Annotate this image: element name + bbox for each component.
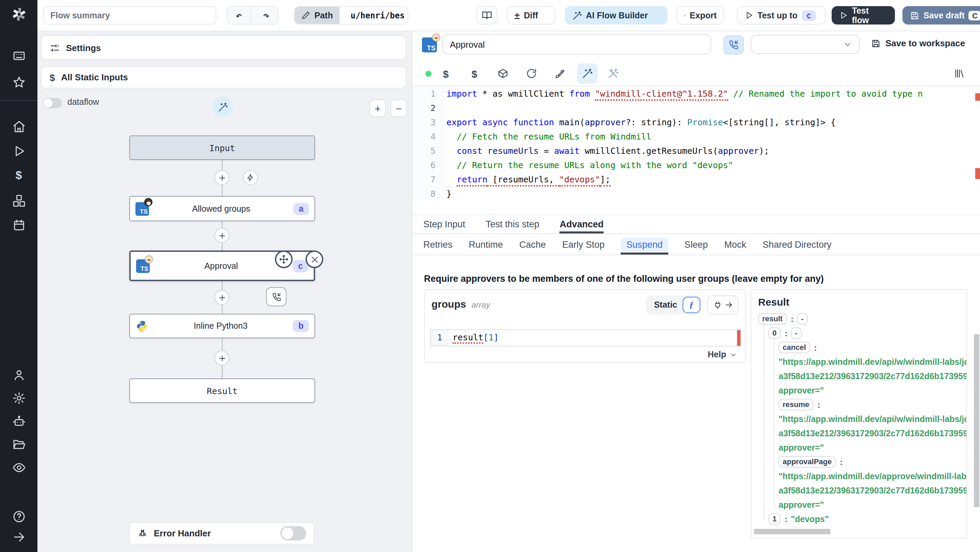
sidebar-item-resources[interactable] [0, 192, 37, 210]
refresh-icon [526, 68, 537, 79]
help-dropdown[interactable]: Help [708, 350, 737, 360]
save-draft-button[interactable]: Save draft C [902, 6, 980, 24]
zoom-out-button[interactable]: − [391, 99, 407, 117]
node-approval-label: Approval [150, 261, 293, 270]
sidebar-item-variables[interactable]: $ [0, 167, 37, 185]
save-to-workspace-button[interactable]: Save to workspace [871, 38, 965, 48]
error-handler-row: Error Handler [129, 522, 314, 544]
all-static-inputs-row[interactable]: $ All Static Inputs [41, 66, 406, 89]
static-fx-toggle[interactable]: Static ƒ [646, 295, 702, 315]
node-id-badge: a [293, 202, 309, 215]
suspend-step-button[interactable] [724, 35, 744, 54]
tab-test-this-step[interactable]: Test this step [485, 215, 539, 234]
sidebar-item-schedules[interactable] [0, 216, 37, 234]
flow-settings-row[interactable]: Settings [41, 35, 406, 60]
path-value: u/henri/bes [344, 11, 408, 20]
sidebar-item-workers[interactable] [0, 412, 37, 430]
connect-input-button[interactable] [707, 295, 738, 315]
code-token: 1 [488, 332, 493, 342]
reload-button[interactable] [521, 63, 542, 84]
delete-node-button[interactable] [305, 250, 323, 268]
tab-step-input[interactable]: Step Input [423, 215, 465, 234]
sidebar-item-runs[interactable] [0, 142, 37, 160]
collapse-button[interactable]: - [797, 313, 808, 325]
sidebar-item-apps[interactable] [0, 47, 37, 65]
groups-expression-editor[interactable]: 1 result[1] [430, 329, 741, 347]
code-token: ?: string): [626, 115, 687, 129]
sidebar-item-audit[interactable] [0, 459, 37, 476]
collapse-button[interactable]: - [791, 328, 801, 339]
code-token: ); [759, 144, 769, 158]
suspend-approval-badge[interactable] [266, 287, 286, 306]
resources-button[interactable]: $ [464, 63, 485, 84]
sidebar-item-home[interactable] [0, 118, 37, 135]
subtab-retries[interactable]: Retries [423, 234, 453, 255]
kind-select[interactable] [751, 35, 859, 54]
move-node-button[interactable] [275, 250, 293, 268]
result-key-chip[interactable]: 1 [768, 513, 781, 525]
format-button[interactable] [550, 63, 570, 84]
export-label: Export [690, 11, 717, 20]
result-key-chip[interactable]: approvalPage [778, 456, 836, 468]
subtab-sleep[interactable]: Sleep [684, 234, 708, 255]
play-outline-icon [839, 11, 848, 20]
error-handler-toggle[interactable] [280, 526, 306, 541]
sidebar-item-folders[interactable] [0, 436, 37, 453]
panel-vertical-scrollbar[interactable] [974, 334, 979, 507]
test-up-to-button[interactable]: Test up to c [737, 6, 826, 24]
sidebar-item-help[interactable] [0, 508, 37, 525]
flow-summary-input[interactable]: Flow summary [43, 6, 216, 24]
flow-node-allowed-groups[interactable]: TS Allowed groups a [129, 196, 315, 221]
subtab-label: Suspend [621, 237, 668, 251]
flow-node-input[interactable]: Input [129, 135, 315, 160]
windmill-logo[interactable] [0, 5, 37, 23]
add-trigger-button[interactable] [243, 170, 258, 185]
library-button[interactable] [949, 63, 969, 84]
add-step-button-1[interactable] [215, 170, 229, 185]
sidebar-item-favorites[interactable] [0, 73, 37, 91]
paintbrush-icon [555, 68, 566, 79]
subtab-runtime[interactable]: Runtime [469, 234, 503, 255]
variables-button[interactable]: $ [436, 63, 456, 84]
path-button[interactable]: Path u/henri/bes [294, 6, 408, 24]
ai-assist-button[interactable] [212, 97, 233, 117]
flow-node-result[interactable]: Result [129, 379, 315, 403]
undo-button[interactable]: ↶ [227, 7, 251, 24]
add-step-button-4[interactable] [215, 350, 229, 366]
result-key-chip[interactable]: result [758, 313, 787, 325]
code-token: ]; [600, 172, 611, 186]
dataflow-toggle[interactable] [43, 98, 62, 108]
subtab-shared-directory[interactable]: Shared Directory [762, 234, 832, 255]
docs-button[interactable] [476, 6, 498, 24]
add-step-button-3[interactable] [215, 290, 229, 305]
zoom-in-button[interactable]: + [369, 99, 386, 117]
result-key-chip[interactable]: resume [778, 399, 813, 410]
subtab-early-stop[interactable]: Early Stop [562, 234, 605, 255]
export-button[interactable]: Export [676, 6, 724, 24]
ai-flow-builder-button[interactable]: AI Flow Builder [565, 6, 668, 24]
flow-node-inline-python[interactable]: Inline Python3 b [129, 314, 315, 338]
sidebar-expand-button[interactable] [0, 528, 37, 546]
redo-button[interactable]: ↷ [255, 7, 278, 24]
result-key-chip[interactable]: cancel [778, 342, 810, 353]
sidebar-item-users[interactable] [0, 366, 37, 384]
tab-advanced[interactable]: Advanced [560, 215, 604, 234]
subtab-mock[interactable]: Mock [724, 234, 746, 255]
ai-gen-button-active[interactable] [577, 63, 598, 84]
subtab-cache[interactable]: Cache [519, 234, 546, 255]
sidebar-item-settings[interactable] [0, 389, 37, 407]
code-editor[interactable]: 1import * as wmillClient from "windmill-… [412, 86, 980, 215]
windmill-flow-editor: $ [0, 0, 980, 552]
code-token [477, 115, 482, 129]
library-icon [953, 68, 964, 79]
add-step-button-2[interactable] [215, 228, 229, 243]
step-name-input[interactable]: Approval [442, 34, 711, 54]
subtab-suspend[interactable]: Suspend [621, 234, 668, 255]
ai-fix-button-disabled[interactable] [603, 63, 624, 84]
test-flow-button[interactable]: Test flow [832, 6, 895, 24]
diff-button[interactable]: ± Diff [507, 6, 555, 24]
result-key-chip[interactable]: 0 [768, 328, 781, 339]
pencil-icon [301, 11, 310, 20]
package-button[interactable] [493, 63, 513, 84]
result-horizontal-scrollbar[interactable] [754, 529, 830, 534]
